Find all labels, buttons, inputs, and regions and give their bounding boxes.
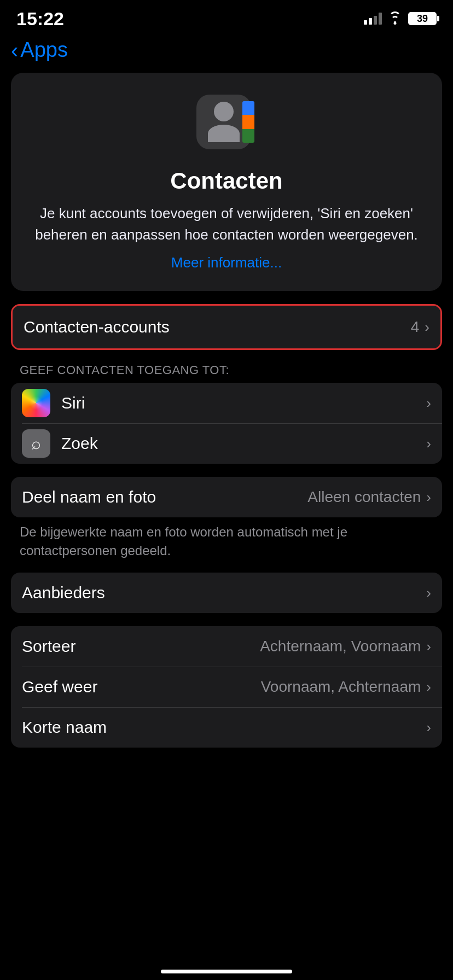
geef-weer-value: Voornaam, Achternaam [261, 678, 421, 696]
sort-display-section: Sorteer Achternaam, Voornaam › Geef weer… [11, 626, 442, 748]
svg-point-0 [30, 396, 43, 410]
chevron-right-icon: › [426, 719, 431, 736]
aanbieders-card: Aanbieders › [11, 573, 442, 613]
deel-naam-card: Deel naam en foto Alleen contacten › [11, 477, 442, 517]
app-header-card: Contacten Je kunt accounts toevoegen of … [11, 73, 442, 291]
deel-naam-section: Deel naam en foto Alleen contacten › De … [11, 477, 442, 559]
zoek-icon: ⌕ [22, 429, 50, 458]
geef-weer-label: Geef weer [22, 678, 261, 696]
aanbieders-section: Aanbieders › [11, 573, 442, 613]
status-icons: 39 [364, 12, 437, 25]
geef-toegang-section: GEEF CONTACTEN TOEGANG TOT: Siri › [11, 363, 442, 464]
geef-toegang-header: GEEF CONTACTEN TOEGANG TOT: [11, 363, 442, 383]
more-info-link[interactable]: Meer informatie... [171, 254, 282, 271]
back-nav[interactable]: ‹ Apps [0, 33, 453, 73]
app-title: Contacten [27, 168, 426, 194]
geef-weer-row[interactable]: Geef weer Voornaam, Achternaam › [11, 667, 442, 707]
zoek-row[interactable]: ⌕ Zoek › [11, 423, 442, 464]
sorteer-label: Sorteer [22, 637, 260, 656]
chevron-right-icon: › [426, 489, 431, 506]
chevron-right-icon: › [426, 585, 431, 602]
korte-naam-row[interactable]: Korte naam › [11, 707, 442, 748]
wifi-icon [387, 13, 403, 25]
geef-toegang-card: Siri › ⌕ Zoek › [11, 383, 442, 464]
siri-label: Siri [61, 394, 426, 412]
status-bar: 15:22 39 [0, 0, 453, 33]
battery-icon: 39 [408, 12, 437, 25]
zoek-label: Zoek [61, 434, 426, 453]
deel-naam-label: Deel naam en foto [22, 488, 307, 506]
signal-icon [364, 13, 382, 25]
back-chevron-icon: ‹ [11, 39, 18, 61]
chevron-right-icon: › [426, 435, 431, 452]
contacten-accounts-row[interactable]: Contacten-accounts 4 › [11, 304, 442, 350]
chevron-right-icon: › [425, 319, 429, 336]
deel-naam-value: Alleen contacten [307, 488, 421, 506]
aanbieders-label: Aanbieders [22, 584, 426, 602]
app-icon [196, 95, 257, 155]
back-label: Apps [20, 38, 68, 62]
aanbieders-row[interactable]: Aanbieders › [11, 573, 442, 613]
status-time: 15:22 [16, 8, 64, 30]
siri-row[interactable]: Siri › [11, 383, 442, 423]
sort-display-card: Sorteer Achternaam, Voornaam › Geef weer… [11, 626, 442, 748]
sorteer-row[interactable]: Sorteer Achternaam, Voornaam › [11, 626, 442, 667]
sorteer-value: Achternaam, Voornaam [260, 638, 421, 655]
chevron-right-icon: › [426, 679, 431, 696]
chevron-right-icon: › [426, 638, 431, 655]
deel-naam-row[interactable]: Deel naam en foto Alleen contacten › [11, 477, 442, 517]
contacten-accounts-label: Contacten-accounts [24, 318, 411, 336]
siri-icon [22, 389, 50, 417]
home-indicator [161, 970, 292, 973]
chevron-right-icon: › [426, 395, 431, 412]
app-description: Je kunt accounts toevoegen of verwijdere… [27, 203, 426, 246]
deel-naam-footer: De bijgewerkte naam en foto worden autom… [11, 517, 442, 559]
contacten-accounts-value: 4 [411, 318, 420, 336]
korte-naam-label: Korte naam [22, 718, 426, 737]
